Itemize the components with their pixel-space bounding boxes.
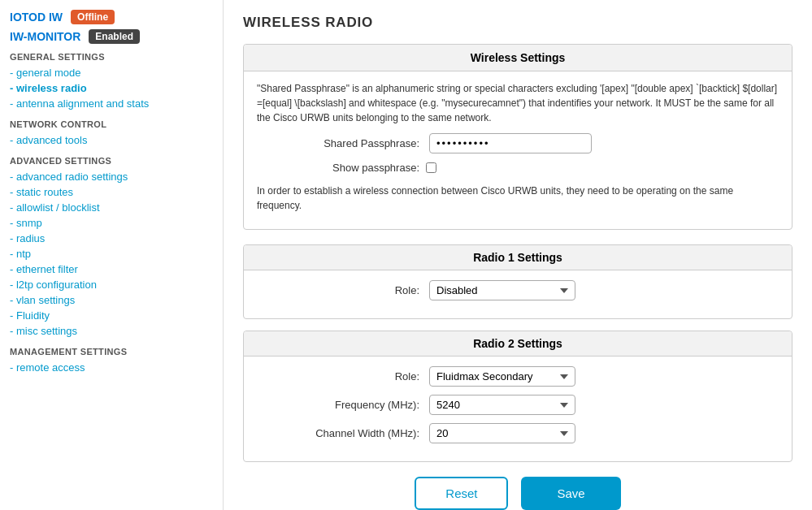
radio2-role-row: Role: Disabled Fluidmax Primary Fluidmax… (257, 366, 779, 387)
radio1-body: Role: Disabled Fluidmax Primary Fluidmax… (244, 270, 792, 318)
sidebar-item-static-routes[interactable]: - static routes (10, 184, 223, 200)
radio2-role-select[interactable]: Disabled Fluidmax Primary Fluidmax Secon… (429, 366, 575, 387)
radio1-header: Radio 1 Settings (244, 245, 792, 270)
shared-passphrase-info: "Shared Passphrase" is an alphanumeric s… (257, 81, 779, 125)
sidebar-item-l2tp[interactable]: - l2tp configuration (10, 277, 223, 292)
device1-row: IOTOD IW Offline (10, 10, 223, 24)
show-passphrase-row: Show passphrase: (257, 162, 779, 174)
section-general-settings: GENERAL SETTINGS (10, 52, 223, 62)
show-passphrase-label: Show passphrase: (257, 162, 419, 174)
shared-passphrase-row: Shared Passphrase: (257, 133, 779, 153)
section-management-settings: MANAGEMENT SETTINGS (10, 347, 223, 357)
sidebar: IOTOD IW Offline IW-MONITOR Enabled GENE… (0, 0, 224, 510)
sidebar-item-remote-access[interactable]: - remote access (10, 360, 223, 375)
radio1-role-row: Role: Disabled Fluidmax Primary Fluidmax… (257, 280, 779, 300)
radio1-role-label: Role: (257, 284, 419, 296)
frequency-row: Frequency (MHz): 5180 5200 5220 5240 526… (257, 395, 779, 415)
shared-passphrase-input[interactable] (429, 133, 592, 153)
device2-row: IW-MONITOR Enabled (10, 29, 223, 44)
wireless-settings-card: Wireless Settings "Shared Passphrase" is… (243, 44, 792, 230)
sidebar-item-allowlist-blocklist[interactable]: - allowlist / blocklist (10, 200, 223, 215)
sidebar-item-misc[interactable]: - misc settings (10, 323, 223, 339)
frequency-label: Frequency (MHz): (257, 399, 419, 411)
channel-width-select[interactable]: 20 40 80 (429, 423, 575, 443)
radio2-card: Radio 2 Settings Role: Disabled Fluidmax… (243, 331, 792, 462)
sidebar-item-advanced-radio-settings[interactable]: - advanced radio settings (10, 169, 223, 184)
sidebar-item-advanced-tools[interactable]: - advanced tools (10, 132, 223, 148)
device1-badge: Offline (71, 10, 115, 24)
channel-width-row: Channel Width (MHz): 20 40 80 (257, 423, 779, 443)
show-passphrase-checkbox[interactable] (426, 162, 436, 173)
sidebar-item-antenna-alignment[interactable]: - antenna alignment and stats (10, 96, 223, 111)
radio2-header: Radio 2 Settings (244, 331, 792, 357)
device1-link[interactable]: IOTOD IW (10, 11, 63, 24)
sidebar-item-general-mode[interactable]: - general mode (10, 65, 223, 80)
sidebar-item-radius[interactable]: - radius (10, 231, 223, 246)
sidebar-item-fluidity[interactable]: - Fluidity (10, 308, 223, 323)
radio1-role-select[interactable]: Disabled Fluidmax Primary Fluidmax Secon… (429, 280, 575, 300)
frequency-note: In order to establish a wireless connect… (257, 180, 779, 219)
radio2-role-label: Role: (257, 370, 419, 382)
radio1-card: Radio 1 Settings Role: Disabled Fluidmax… (243, 244, 792, 319)
channel-width-label: Channel Width (MHz): (257, 427, 419, 439)
shared-passphrase-label: Shared Passphrase: (257, 137, 419, 149)
sidebar-item-wireless-radio[interactable]: - wireless radio (10, 80, 223, 96)
sidebar-top: IOTOD IW Offline IW-MONITOR Enabled (10, 10, 223, 44)
section-network-control: NETWORK CONTROL (10, 119, 223, 129)
frequency-select[interactable]: 5180 5200 5220 5240 5260 5280 5300 5320 (429, 395, 575, 415)
sidebar-item-ethernet-filter[interactable]: - ethernet filter (10, 261, 223, 277)
device2-link[interactable]: IW-MONITOR (10, 30, 80, 43)
sidebar-item-vlan[interactable]: - vlan settings (10, 292, 223, 308)
page-title: WIRELESS RADIO (243, 15, 792, 31)
wireless-settings-body: "Shared Passphrase" is an alphanumeric s… (244, 71, 792, 229)
sidebar-item-snmp[interactable]: - snmp (10, 215, 223, 231)
radio2-body: Role: Disabled Fluidmax Primary Fluidmax… (244, 357, 792, 461)
device2-badge: Enabled (89, 29, 140, 44)
section-advanced-settings: ADVANCED SETTINGS (10, 156, 223, 166)
button-row: Reset Save (243, 477, 792, 510)
wireless-settings-header: Wireless Settings (244, 45, 792, 71)
main-content: WIRELESS RADIO Wireless Settings "Shared… (224, 0, 812, 510)
save-button[interactable]: Save (521, 477, 620, 510)
sidebar-item-ntp[interactable]: - ntp (10, 246, 223, 261)
reset-button[interactable]: Reset (415, 477, 508, 510)
